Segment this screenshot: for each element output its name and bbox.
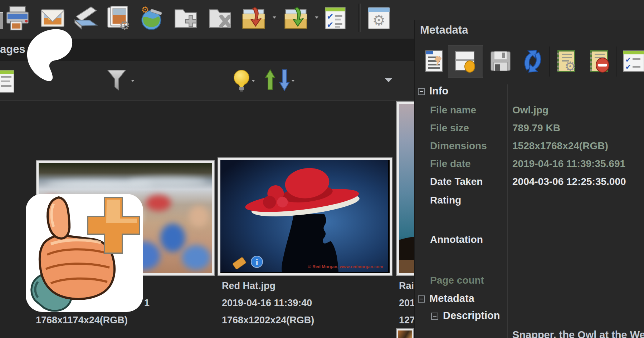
svg-text:⚙: ⚙ xyxy=(119,18,130,32)
svg-text:✔: ✔ xyxy=(327,20,333,29)
folder-import-red-icon xyxy=(240,4,268,32)
mail-icon xyxy=(39,5,66,32)
svg-text:⚙: ⚙ xyxy=(372,12,386,29)
save-icon xyxy=(488,49,513,74)
edit-description-button[interactable]: ☛ xyxy=(420,46,451,77)
batch-checklist-button[interactable]: ✔ ✔ xyxy=(617,46,644,77)
delete-folder-button[interactable] xyxy=(206,4,234,33)
scanner-icon xyxy=(72,5,99,32)
thumbs-up-icon xyxy=(26,194,143,312)
info-icon: i xyxy=(256,258,258,267)
svg-text:✔: ✔ xyxy=(625,63,631,71)
thumbnail-size-icon[interactable] xyxy=(0,70,14,93)
sort-dropdown[interactable] xyxy=(291,80,295,82)
caption-name: Red Hat.jpg xyxy=(222,280,275,292)
row-label: File name xyxy=(430,104,476,116)
new-folder-button[interactable] xyxy=(172,4,200,33)
folder-plus-icon xyxy=(172,5,199,32)
row-label: Page count xyxy=(430,275,484,286)
row-value: 789.79 KB xyxy=(512,122,560,134)
white-blob-overlay xyxy=(24,29,78,84)
row-value: 2019-04-16 11:39:35.691 xyxy=(512,158,625,170)
refresh-icon xyxy=(520,49,545,74)
app-window: ⚙ ⚙ xyxy=(0,0,644,338)
caption-date-fragment: 201 xyxy=(399,298,415,309)
images-settings-icon: ⚙ xyxy=(105,5,132,32)
import-green-button[interactable] xyxy=(282,4,310,33)
panel-layout-icon xyxy=(453,49,478,74)
caption-name-fragment: Rai xyxy=(399,280,414,292)
lightbulb-icon[interactable] xyxy=(233,68,250,94)
settings-window-button[interactable]: ⚙ xyxy=(365,4,393,33)
metadata-collapse-box[interactable] xyxy=(418,295,425,303)
batch-checklist-icon: ✔ ✔ xyxy=(620,49,644,74)
row-label: File date xyxy=(430,158,471,170)
folder-import-green-icon xyxy=(282,4,310,32)
metadata-panel: Metadata ☛ xyxy=(414,20,644,338)
filter-dropdown[interactable] xyxy=(131,80,135,82)
metadata-settings-button[interactable]: ⚙ xyxy=(551,46,582,77)
svg-text:✔: ✔ xyxy=(625,56,631,64)
thumbs-up-copy-cursor xyxy=(26,194,143,312)
lightbulb-dropdown[interactable] xyxy=(252,80,255,82)
row-label: Dimensions xyxy=(430,140,487,152)
column-divider[interactable] xyxy=(507,84,508,338)
metadata-settings-icon: ⚙ xyxy=(554,49,579,74)
panel-layout-button[interactable] xyxy=(449,46,481,77)
sort-field-dropdown[interactable] xyxy=(385,78,392,82)
watermark-text: © Red Morgan, www.redmorgan.com xyxy=(308,264,383,269)
info-header[interactable]: Info xyxy=(429,85,448,97)
edit-description-icon: ☛ xyxy=(423,49,448,74)
row-label: File size xyxy=(430,122,469,134)
folder-x-icon xyxy=(206,5,234,32)
images-settings-button[interactable]: ⚙ xyxy=(104,4,132,33)
batch-button[interactable]: ✔ ✔ xyxy=(321,4,349,33)
save-button[interactable] xyxy=(485,46,516,77)
metadata-header[interactable]: Metadata xyxy=(429,293,474,304)
thumbnail-red-hat[interactable]: i © Red Morgan, www.redmorgan.com xyxy=(218,157,392,276)
svg-text:⚙: ⚙ xyxy=(141,5,149,15)
toolbar-separator xyxy=(358,4,359,32)
thumbnail-next-row[interactable] xyxy=(396,328,414,338)
metadata-remove-button[interactable] xyxy=(584,46,615,77)
refresh-button[interactable] xyxy=(517,46,548,77)
description-value: Snapper, the Owl at the We xyxy=(512,329,644,338)
sort-arrows-icon[interactable] xyxy=(264,68,291,94)
import-red-button[interactable] xyxy=(240,4,268,33)
description-collapse-box[interactable] xyxy=(431,313,438,320)
print-icon xyxy=(4,5,31,32)
settings-window-icon: ⚙ xyxy=(365,5,392,32)
caption-date: 2019-04-16 11:39:40 xyxy=(222,298,312,309)
panel-separator xyxy=(483,46,483,77)
globe-icon: ⚙ xyxy=(138,5,165,32)
path-label[interactable]: ages xyxy=(0,43,25,56)
caption-date-fragment: 1 xyxy=(144,298,150,309)
caption-dims-fragment: 127 xyxy=(399,315,415,326)
panel-separator xyxy=(616,46,617,77)
caption-dims: 1768x1174x24(RGB) xyxy=(36,315,128,326)
red-hat-image: i © Red Morgan, www.redmorgan.com xyxy=(220,160,390,273)
checklist-icon: ✔ ✔ xyxy=(322,5,349,32)
panel-separator xyxy=(549,46,550,77)
row-value: 2004-03-06 12:25:35.000 xyxy=(512,176,626,187)
info-collapse-box[interactable] xyxy=(418,88,425,95)
filter-funnel-icon[interactable] xyxy=(107,69,127,94)
svg-text:✔: ✔ xyxy=(327,12,333,21)
description-header[interactable]: Description xyxy=(443,310,500,322)
svg-text:⚙: ⚙ xyxy=(565,59,576,74)
import-red-dropdown[interactable] xyxy=(273,16,276,19)
row-label: Date Taken xyxy=(430,176,483,187)
metadata-remove-icon xyxy=(587,49,612,74)
row-label: Annotation xyxy=(430,234,483,245)
row-value: 1528x1768x24(RGB) xyxy=(512,140,608,152)
caption-dims: 1768x1202x24(RGB) xyxy=(222,315,314,326)
toolbar-separator xyxy=(360,4,361,32)
cut-icon-fragment[interactable] xyxy=(0,12,3,29)
row-label: Rating xyxy=(430,195,461,206)
panel-title: Metadata xyxy=(420,24,468,36)
web-button[interactable]: ⚙ xyxy=(137,4,165,33)
row-value: Owl.jpg xyxy=(512,104,548,116)
import-green-dropdown[interactable] xyxy=(315,16,318,19)
